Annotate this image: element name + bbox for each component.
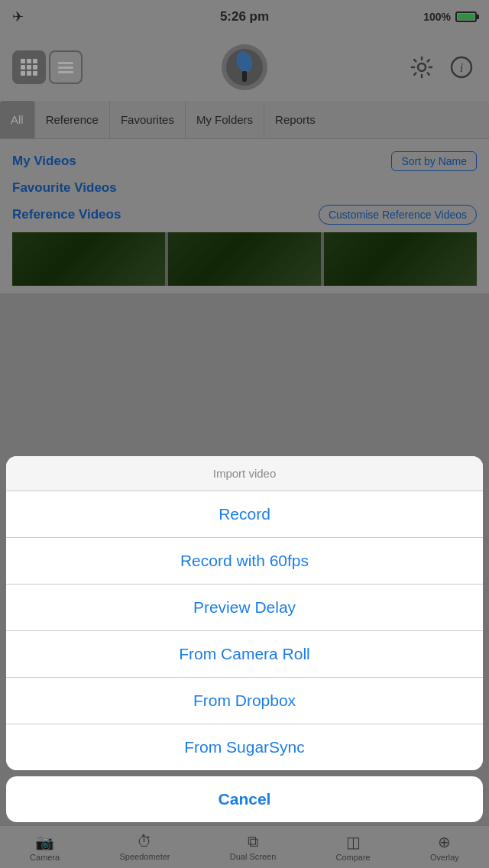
action-sheet-top: Import video Record Record with 60fps Pr… (6, 456, 483, 770)
preview-delay-button[interactable]: Preview Delay (6, 585, 483, 631)
sugarsync-button[interactable]: From SugarSync (6, 724, 483, 770)
action-sheet-title: Import video (6, 456, 483, 491)
record-60fps-button[interactable]: Record with 60fps (6, 538, 483, 585)
cancel-button[interactable]: Cancel (6, 776, 483, 822)
modal-backdrop[interactable]: Import video Record Record with 60fps Pr… (0, 0, 489, 868)
dropbox-button[interactable]: From Dropbox (6, 678, 483, 724)
record-button[interactable]: Record (6, 491, 483, 538)
action-sheet: Import video Record Record with 60fps Pr… (6, 456, 483, 868)
camera-roll-button[interactable]: From Camera Roll (6, 631, 483, 678)
